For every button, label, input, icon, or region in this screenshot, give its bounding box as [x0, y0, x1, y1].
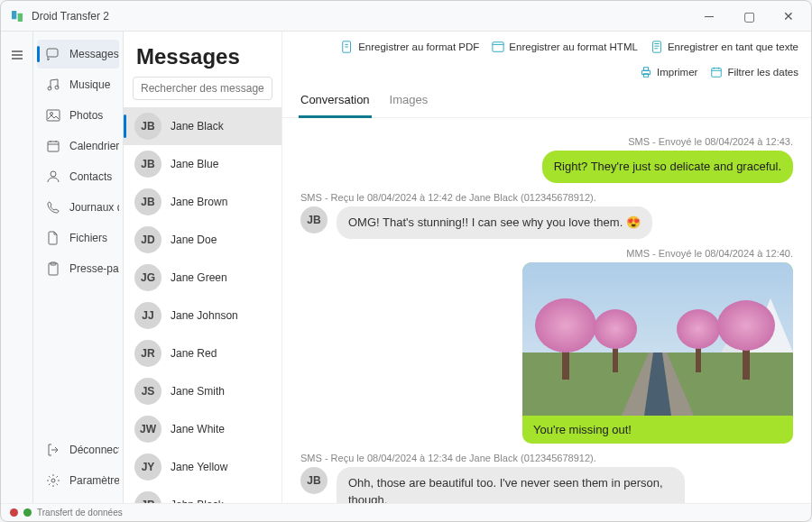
- sidebar-item-settings[interactable]: Paramètres: [37, 466, 119, 495]
- message-row-outgoing: Right? They're just so delicate and grac…: [300, 151, 793, 183]
- sidebar-item-label: Messages: [69, 48, 119, 60]
- avatar: JW: [134, 416, 161, 443]
- contact-item[interactable]: JRJane Red: [124, 334, 281, 372]
- avatar: JD: [134, 226, 161, 253]
- message-bubble: Ohh, those are beautiful too. I've never…: [337, 467, 685, 503]
- contact-item[interactable]: JWJane White: [124, 410, 281, 448]
- app-icon: [10, 9, 24, 23]
- message-meta: SMS - Envoyé le 08/04/2024 à 12:43.: [300, 136, 793, 147]
- print-icon: [640, 66, 652, 78]
- print-button[interactable]: Imprimer: [640, 66, 697, 78]
- nav-rail: [1, 32, 33, 503]
- content-panel: Enregistrer au format PDF Enregistrer au…: [282, 32, 811, 503]
- minimize-button[interactable]: ─: [690, 3, 728, 30]
- contact-item[interactable]: JBJane Blue: [124, 145, 281, 183]
- message-bubble: OMG! That's stunning!! I can see why you…: [337, 206, 652, 239]
- avatar: JB: [300, 206, 328, 234]
- tab-conversation[interactable]: Conversation: [299, 87, 372, 118]
- message-meta: MMS - Envoyé le 08/04/2024 à 12:40.: [300, 248, 793, 259]
- contact-item[interactable]: JDJane Doe: [124, 221, 281, 259]
- mms-caption: You're missing out!: [522, 416, 793, 444]
- sidebar-item-message[interactable]: Messages: [37, 40, 119, 69]
- contacts-header: Messages: [124, 32, 281, 77]
- save-html-button[interactable]: Enregistrer au format HTML: [492, 41, 638, 53]
- sidebar-item-calendar[interactable]: Calendriers: [37, 132, 119, 160]
- avatar: JY: [134, 453, 161, 481]
- avatar: JB: [134, 491, 161, 503]
- pdf-icon: [341, 41, 354, 53]
- filter-dates-button[interactable]: Filtrer les dates: [710, 66, 798, 78]
- phone-icon: [46, 200, 60, 215]
- svg-point-30: [677, 309, 720, 349]
- photo-icon: [46, 108, 60, 123]
- svg-point-8: [51, 171, 56, 177]
- sidebar-item-clipboard[interactable]: Presse-papiers: [37, 254, 119, 283]
- svg-rect-7: [48, 142, 59, 151]
- message-row-incoming: JBOMG! That's stunning!! I can see why y…: [300, 206, 793, 239]
- svg-rect-5: [47, 110, 60, 121]
- sidebar-item-logout[interactable]: Déconnecter: [37, 435, 119, 464]
- close-button[interactable]: ✕: [770, 3, 807, 30]
- sidebar-item-label: Paramètres: [69, 474, 119, 487]
- sidebar-item-label: Photos: [69, 109, 103, 122]
- contact-icon: [46, 169, 60, 184]
- svg-rect-1: [18, 13, 23, 21]
- avatar: JG: [134, 264, 161, 291]
- search-input[interactable]: [133, 77, 272, 100]
- message-meta: SMS - Reçu le 08/04/2024 à 12:34 de Jane…: [300, 453, 793, 463]
- contact-name: Jane Red: [171, 347, 217, 360]
- status-dot-red: [10, 508, 18, 517]
- svg-point-6: [51, 113, 53, 115]
- filter-icon: [710, 66, 723, 78]
- contact-item[interactable]: JGJane Green: [124, 259, 281, 297]
- sidebar-item-photo[interactable]: Photos: [37, 101, 119, 130]
- sidebar-item-label: Fichiers: [69, 232, 107, 244]
- contact-name: Jane Doe: [171, 234, 217, 246]
- avatar: JB: [134, 188, 161, 215]
- maximize-button[interactable]: ▢: [730, 3, 768, 30]
- svg-rect-13: [493, 42, 503, 52]
- sidebar-item-music[interactable]: Musique: [37, 70, 119, 99]
- titlebar: Droid Transfer 2 ─ ▢ ✕: [1, 1, 811, 32]
- sidebar-item-label: Déconnecter: [69, 444, 119, 456]
- avatar: JJ: [134, 302, 161, 329]
- settings-icon: [46, 473, 60, 488]
- status-text: Transfert de données: [37, 508, 123, 517]
- avatar: JB: [134, 151, 161, 178]
- save-pdf-button[interactable]: Enregistrer au format PDF: [341, 41, 479, 53]
- clipboard-icon: [46, 261, 60, 276]
- contact-item[interactable]: JBJane Brown: [124, 183, 281, 221]
- text-icon: [651, 41, 663, 53]
- sidebar-item-phone[interactable]: Journaux d'appels: [37, 193, 119, 222]
- avatar: JS: [134, 378, 161, 405]
- message-row-incoming: JBOhh, those are beautiful too. I've nev…: [300, 467, 793, 503]
- sidebar-item-contact[interactable]: Contacts: [37, 162, 119, 191]
- save-text-button[interactable]: Enregistrer en tant que texte: [651, 41, 798, 53]
- contact-item[interactable]: JSJane Smith: [124, 372, 281, 410]
- svg-rect-0: [12, 11, 16, 19]
- sidebar: MessagesMusiquePhotosCalendriersContacts…: [33, 32, 124, 503]
- contact-item[interactable]: JYJane Yellow: [124, 448, 281, 486]
- contact-item[interactable]: JBJohn Black: [124, 486, 281, 503]
- contact-name: Jane Smith: [171, 385, 225, 398]
- contact-item[interactable]: JJJane Johnson: [124, 297, 281, 334]
- tab-images[interactable]: Images: [388, 87, 430, 117]
- sidebar-item-label: Calendriers: [69, 140, 119, 152]
- svg-rect-16: [643, 68, 648, 71]
- hamburger-icon[interactable]: [1, 41, 32, 69]
- contact-item[interactable]: JBJane Black: [124, 107, 281, 145]
- sidebar-item-file[interactable]: Fichiers: [37, 224, 119, 252]
- svg-rect-2: [47, 49, 58, 57]
- contact-name: Jane Yellow: [171, 461, 227, 473]
- app-title: Droid Transfer 2: [32, 10, 109, 23]
- toolbar: Enregistrer au format PDF Enregistrer au…: [282, 32, 811, 82]
- svg-point-11: [51, 479, 55, 482]
- svg-point-26: [535, 298, 596, 353]
- logout-icon: [46, 443, 60, 457]
- calendar-icon: [46, 139, 60, 153]
- message-icon: [46, 47, 60, 61]
- avatar: JB: [300, 467, 328, 494]
- html-icon: [492, 41, 504, 53]
- message-row-mms: You're missing out!: [300, 262, 793, 444]
- status-dot-green: [23, 508, 32, 517]
